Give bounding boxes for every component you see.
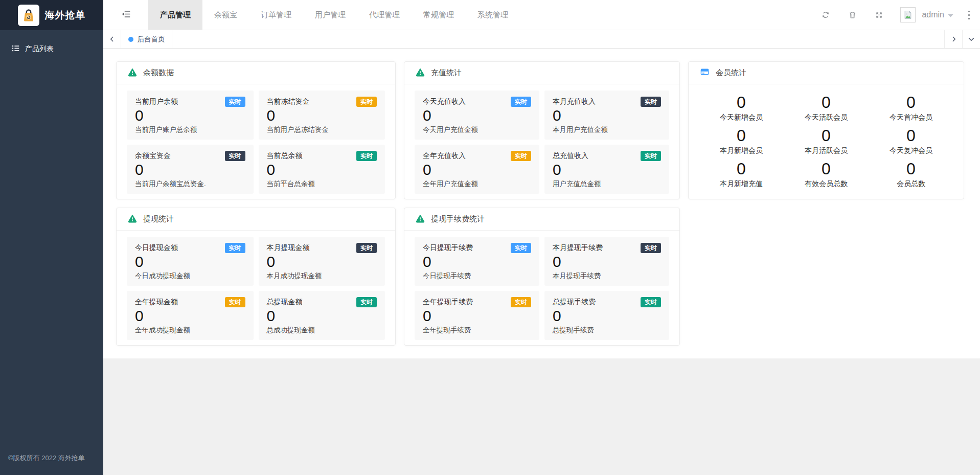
user-dropdown[interactable]: admin (922, 10, 953, 19)
top-menu-tab[interactable]: 余额宝 (202, 0, 249, 30)
stat-description: 全年成功提现金额 (135, 325, 245, 335)
stat-description: 本月提现手续费 (553, 271, 661, 281)
realtime-badge: 实时 (641, 297, 661, 307)
card-fee: 提现手续费统计今日提现手续费实时0今日提现手续费本月提现手续费实时0本月提现手续… (404, 208, 680, 346)
stat-value: 0 (699, 160, 784, 177)
app-root: 海外抢单 产品列表 ©版权所有 2022 海外抢单 (0, 0, 980, 475)
card-body: 今日提现金额实时0今日成功提现金额本月提现金额实时0本月成功提现金额全年提现金额… (117, 231, 395, 346)
top-menu-tab[interactable]: 订单管理 (249, 0, 303, 30)
member-stat-cell: 0今天活跃会员 (784, 94, 869, 122)
stat-value: 0 (423, 307, 531, 324)
card-body: 今天充值收入实时0今天用户充值金额本月充值收入实时0本月用户充值金额全年充值收入… (404, 84, 679, 199)
stat-value: 0 (267, 307, 377, 324)
stat-label: 全年提现手续费 (423, 297, 473, 307)
stat-label: 总提现金额 (267, 297, 303, 307)
card-member: 会员统计0今天新增会员0今天活跃会员0今天首冲会员0本月新增会员0本月活跃会员0… (688, 61, 964, 199)
refresh-button[interactable] (821, 10, 831, 19)
warning-triangle-icon (128, 214, 137, 225)
top-menu-tab[interactable]: 系统管理 (466, 0, 520, 30)
content-area: 余额数据当前用户余额实时0当前用户账户总余额当前冻结资金实时0当前用户总冻结资金… (103, 49, 980, 475)
avatar[interactable] (900, 7, 916, 22)
member-stat-cell: 0今天首冲会员 (869, 94, 953, 122)
stat-value: 0 (553, 253, 661, 270)
stat-description: 本月成功提现金额 (267, 271, 377, 281)
stat-label: 当前总余额 (267, 151, 303, 161)
stat-label: 会员总数 (869, 179, 953, 189)
stat-box: 当前用户余额实时0当前用户账户总余额 (127, 91, 254, 140)
realtime-badge: 实时 (225, 97, 245, 107)
realtime-badge: 实时 (511, 97, 531, 107)
stat-label: 本月活跃会员 (784, 146, 869, 155)
card-body: 今日提现手续费实时0今日提现手续费本月提现手续费实时0本月提现手续费全年提现手续… (404, 231, 679, 346)
main-column: 产品管理余额宝订单管理用户管理代理管理常规管理系统管理 (103, 0, 980, 475)
member-stat-cell: 0有效会员总数 (784, 160, 869, 189)
stat-label: 有效会员总数 (784, 179, 869, 189)
navbar-actions: admin (821, 0, 980, 30)
stat-value: 0 (135, 253, 245, 270)
fullscreen-button[interactable] (874, 11, 884, 19)
fold-menu-icon (121, 9, 131, 20)
stat-description: 用户充值总金额 (553, 179, 661, 189)
stat-label: 今日提现手续费 (423, 243, 473, 253)
card-title: 提现统计 (143, 214, 174, 224)
stat-box: 全年充值收入实时0全年用户充值金额 (415, 145, 539, 194)
stat-value: 0 (267, 253, 377, 270)
card-title: 充值统计 (431, 68, 462, 78)
stat-box: 今日提现金额实时0今日成功提现金额 (127, 237, 254, 286)
chevron-left-icon (109, 36, 116, 42)
top-menu-tab[interactable]: 常规管理 (412, 0, 466, 30)
realtime-badge: 实时 (641, 243, 661, 253)
tabs-actions-dropdown-button[interactable] (962, 30, 980, 48)
top-menu-tab[interactable]: 产品管理 (148, 0, 202, 30)
tabs-scroll-right-button[interactable] (944, 30, 962, 48)
card-title: 余额数据 (143, 68, 174, 78)
stat-box: 当前总余额实时0当前平台总余额 (259, 145, 385, 194)
caret-down-icon (948, 10, 953, 19)
card-title: 会员统计 (716, 68, 746, 78)
stat-value: 0 (135, 307, 245, 324)
stat-label: 本月充值收入 (553, 97, 596, 106)
stat-box: 本月充值收入实时0本月用户充值金额 (544, 91, 669, 140)
stat-label: 当前用户余额 (135, 97, 178, 106)
top-menu-tab[interactable]: 代理管理 (357, 0, 412, 30)
tab-label: 后台首页 (138, 35, 165, 44)
credit-card-icon (700, 67, 710, 78)
card-title: 提现手续费统计 (431, 214, 485, 224)
card-body: 0今天新增会员0今天活跃会员0今天首冲会员0本月新增会员0本月活跃会员0今天复冲… (689, 84, 964, 196)
stat-description: 当前平台总余额 (267, 179, 377, 189)
clear-cache-button[interactable] (847, 10, 857, 19)
warning-triangle-icon (128, 67, 137, 79)
realtime-badge: 实时 (225, 297, 245, 307)
stat-description: 总成功提现金额 (267, 325, 377, 335)
realtime-badge: 实时 (225, 243, 245, 253)
stat-description: 当前用户总冻结资金 (267, 125, 377, 134)
sidebar-collapse-button[interactable] (103, 0, 148, 30)
more-options-button[interactable] (965, 10, 973, 20)
sidebar-item-label: 产品列表 (25, 44, 54, 54)
top-navbar: 产品管理余额宝订单管理用户管理代理管理常规管理系统管理 (103, 0, 980, 30)
stat-box: 今日提现手续费实时0今日提现手续费 (415, 237, 539, 286)
stat-box: 余额宝资金实时0当前用户余额宝总资金. (127, 145, 254, 194)
warning-triangle-icon (416, 214, 425, 225)
tab-dashboard[interactable]: 后台首页 (121, 30, 172, 48)
navbar-spacer (520, 0, 821, 30)
card-header: 余额数据 (117, 62, 395, 84)
card-recharge: 充值统计今天充值收入实时0今天用户充值金额本月充值收入实时0本月用户充值金额全年… (404, 61, 680, 199)
stat-description: 当前用户账户总余额 (135, 125, 245, 134)
stat-value: 0 (423, 161, 531, 178)
list-icon (11, 44, 20, 54)
realtime-badge: 实时 (511, 151, 531, 161)
realtime-badge: 实时 (641, 97, 661, 107)
stat-label: 本月提现金额 (267, 243, 310, 253)
app-logo[interactable]: 海外抢单 (0, 0, 103, 30)
realtime-badge: 实时 (511, 243, 531, 253)
app-title: 海外抢单 (45, 9, 86, 22)
tabs-scroll-left-button[interactable] (103, 30, 121, 48)
member-stat-cell: 0本月活跃会员 (784, 127, 869, 155)
stat-description: 全年用户充值金额 (423, 179, 531, 189)
top-menu-tab[interactable]: 用户管理 (303, 0, 357, 30)
stat-box: 当前冻结资金实时0当前用户总冻结资金 (259, 91, 385, 140)
stat-description: 今日提现手续费 (423, 271, 531, 281)
sidebar-item-product-list[interactable]: 产品列表 (0, 36, 103, 62)
realtime-badge: 实时 (511, 297, 531, 307)
